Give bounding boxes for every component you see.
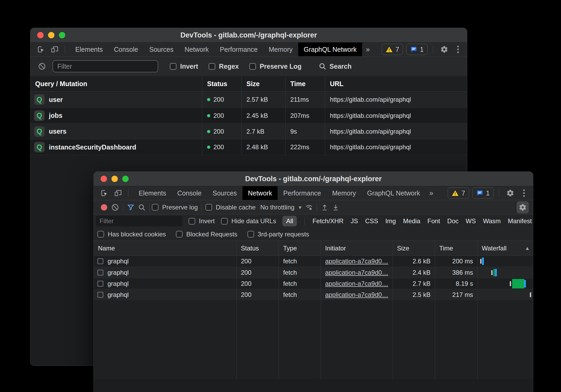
warnings-badge[interactable]: 7	[448, 188, 469, 199]
col-url[interactable]: URL	[325, 76, 467, 91]
import-har-icon[interactable]	[319, 202, 330, 213]
row-checkbox[interactable]	[97, 270, 103, 276]
preserve-log-checkbox[interactable]	[152, 204, 158, 211]
record-network-log-icon[interactable]	[99, 202, 110, 213]
has-blocked-cookies-checkbox[interactable]	[97, 231, 104, 237]
table-row[interactable]: graphql 200 fetch application-a7ca9d0… 2…	[94, 289, 533, 300]
close-button[interactable]	[101, 176, 107, 182]
more-tabs-icon[interactable]: »	[426, 186, 437, 200]
row-checkbox[interactable]	[97, 281, 103, 287]
row-checkbox[interactable]	[97, 292, 103, 298]
issues-badge[interactable]: 1	[472, 188, 494, 199]
type-filter-wasm[interactable]: Wasm	[483, 217, 501, 225]
inspect-element-icon[interactable]	[99, 187, 110, 199]
preserve-log-checkbox[interactable]	[249, 63, 256, 70]
issues-badge[interactable]: 1	[406, 44, 428, 55]
network-conditions-icon[interactable]	[303, 202, 315, 213]
device-toolbar-icon[interactable]	[112, 187, 124, 199]
type-filter-fetch-xhr[interactable]: Fetch/XHR	[312, 217, 343, 225]
tab-memory[interactable]: Memory	[326, 186, 361, 200]
filter-input[interactable]	[53, 60, 158, 72]
type-filter-img[interactable]: Img	[385, 217, 396, 225]
col-status[interactable]: Status	[202, 76, 241, 91]
tab-graphql-network[interactable]: GraphQL Network	[298, 43, 362, 56]
type-filter-font[interactable]: Font	[427, 217, 440, 225]
type-filter-manifest[interactable]: Manifest	[508, 217, 532, 225]
tab-performance[interactable]: Performance	[278, 186, 326, 200]
minimize-button[interactable]	[48, 32, 54, 38]
table-row[interactable]: Quser 200 2.57 kB 211ms https://gitlab.c…	[30, 92, 467, 108]
type-filter-css[interactable]: CSS	[365, 217, 378, 225]
initiator-link[interactable]: application-a7ca9d0…	[325, 280, 388, 287]
device-toolbar-icon[interactable]	[49, 44, 60, 55]
tab-memory[interactable]: Memory	[263, 43, 298, 56]
kebab-menu-icon[interactable]	[453, 46, 463, 53]
type-filter-all[interactable]: All	[282, 216, 297, 226]
zoom-button[interactable]	[122, 176, 129, 182]
table-row[interactable]: graphql 200 fetch application-a7ca9d0… 2…	[94, 278, 533, 289]
col-initiator[interactable]: Initiator	[321, 241, 392, 255]
close-button[interactable]	[37, 32, 44, 38]
tab-performance[interactable]: Performance	[214, 43, 263, 56]
type-filter-doc[interactable]: Doc	[447, 217, 459, 225]
type-filter-js[interactable]: JS	[351, 217, 358, 225]
table-row[interactable]: graphql 200 fetch application-a7ca9d0… 2…	[94, 256, 533, 267]
initiator-link[interactable]: application-a7ca9d0…	[325, 258, 388, 265]
settings-gear-icon[interactable]	[504, 187, 516, 199]
throttling-select[interactable]: No throttling ▾	[260, 204, 301, 211]
disable-cache-checkbox[interactable]	[205, 204, 212, 211]
col-time[interactable]: Time	[285, 76, 325, 91]
col-type[interactable]: Type	[279, 241, 321, 255]
warnings-badge[interactable]: 7	[382, 44, 403, 55]
zoom-button[interactable]	[59, 32, 65, 38]
row-checkbox[interactable]	[97, 258, 103, 264]
titlebar[interactable]: DevTools - gitlab.com/-/graphql-explorer	[94, 172, 533, 186]
minimize-button[interactable]	[111, 176, 118, 182]
table-row[interactable]: Qusers 200 2.7 kB 9s https://gitlab.com/…	[30, 123, 467, 139]
col-size[interactable]: Size	[241, 76, 285, 91]
titlebar[interactable]: DevTools - gitlab.com/-/graphql-explorer	[30, 28, 467, 42]
table-row[interactable]: QinstanceSecurityDashboard 200 2.48 kB 2…	[30, 139, 467, 155]
settings-gear-icon[interactable]	[438, 44, 450, 55]
sort-ascending-icon[interactable]: ▲	[525, 245, 530, 251]
blocked-requests-checkbox[interactable]	[176, 231, 183, 237]
regex-checkbox[interactable]	[209, 63, 215, 70]
table-row[interactable]: Qjobs 200 2.45 kB 207ms https://gitlab.c…	[30, 108, 467, 123]
kebab-menu-icon[interactable]	[519, 189, 529, 197]
network-settings-gear-icon[interactable]	[517, 201, 529, 213]
invert-checkbox-group: Invert	[170, 63, 198, 70]
col-time[interactable]: Time	[435, 241, 477, 255]
tab-elements[interactable]: Elements	[70, 43, 108, 56]
col-name[interactable]: Name	[94, 241, 236, 255]
invert-checkbox[interactable]	[189, 218, 195, 225]
clear-icon[interactable]	[36, 60, 48, 72]
tab-elements[interactable]: Elements	[133, 186, 172, 200]
col-status[interactable]: Status	[236, 241, 279, 255]
col-waterfall[interactable]: Waterfall ▲	[477, 241, 533, 255]
search-icon[interactable]	[136, 202, 147, 213]
clear-icon[interactable]	[110, 202, 121, 213]
more-tabs-icon[interactable]: »	[362, 43, 373, 56]
initiator-link[interactable]: application-a7ca9d0…	[325, 269, 388, 276]
col-query-mutation[interactable]: Query / Mutation	[30, 76, 202, 91]
tab-network[interactable]: Network	[242, 186, 278, 200]
tab-sources[interactable]: Sources	[144, 43, 179, 56]
type-filter-ws[interactable]: WS	[466, 217, 476, 225]
inspect-element-icon[interactable]	[35, 44, 47, 55]
tab-console[interactable]: Console	[108, 43, 144, 56]
filter-funnel-icon[interactable]	[125, 202, 136, 213]
tab-network[interactable]: Network	[179, 43, 214, 56]
table-row[interactable]: graphql 200 fetch application-a7ca9d0… 2…	[94, 267, 533, 278]
export-har-icon[interactable]	[330, 202, 341, 213]
invert-checkbox[interactable]	[170, 63, 176, 70]
col-size[interactable]: Size	[392, 241, 435, 255]
third-party-requests-checkbox[interactable]	[247, 231, 254, 237]
hide-data-urls-checkbox[interactable]	[221, 218, 228, 225]
initiator-link[interactable]: application-a7ca9d0…	[325, 291, 388, 298]
tab-sources[interactable]: Sources	[207, 186, 242, 200]
tab-console[interactable]: Console	[172, 186, 207, 200]
filter-input[interactable]	[96, 216, 182, 226]
type-filter-media[interactable]: Media	[403, 217, 420, 225]
search-control[interactable]: Search	[319, 62, 352, 70]
tab-graphql-network[interactable]: GraphQL Network	[362, 186, 426, 200]
